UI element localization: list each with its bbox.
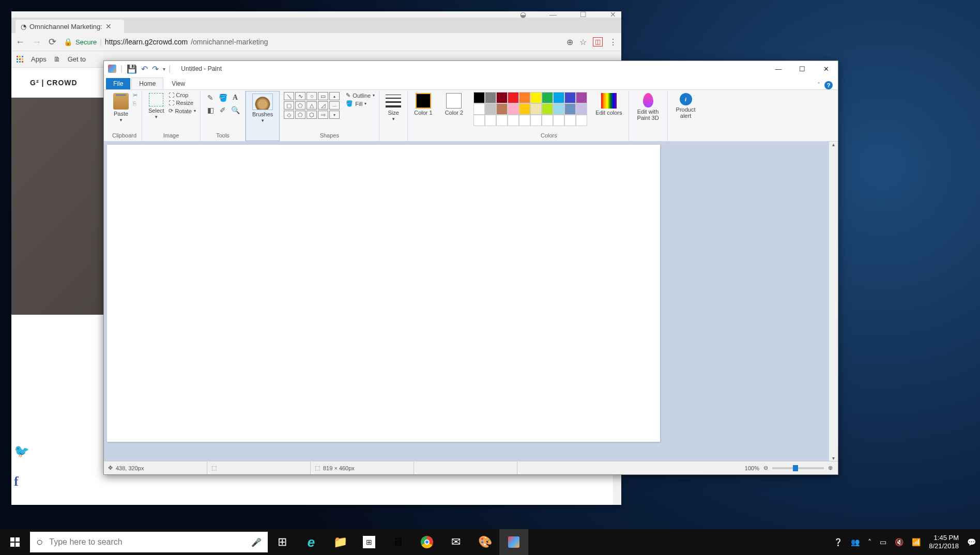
- eraser-tool-icon[interactable]: ◧: [205, 104, 216, 116]
- palette-color[interactable]: [519, 103, 530, 115]
- text-tool-icon[interactable]: A: [229, 92, 241, 103]
- product-alert-button[interactable]: i Product alert: [672, 92, 700, 120]
- tab-file[interactable]: File: [106, 78, 130, 89]
- menu-icon[interactable]: ⋮: [609, 37, 617, 47]
- color2-button[interactable]: Color 2: [443, 92, 465, 117]
- palette-color[interactable]: [564, 92, 576, 103]
- brushes-button[interactable]: Brushes ▼: [250, 92, 275, 124]
- notifications-icon[interactable]: 💬: [967, 538, 976, 546]
- shape-pent-icon[interactable]: ⬠: [295, 111, 305, 119]
- pencil-tool-icon[interactable]: ✎: [205, 92, 216, 103]
- store-icon[interactable]: ⊞: [363, 536, 375, 548]
- edit-3d-button[interactable]: Edit with Paint 3D: [633, 92, 663, 122]
- shape-line-icon[interactable]: ＼: [284, 92, 294, 100]
- taskview-icon[interactable]: ⊞: [268, 529, 297, 555]
- explorer-icon[interactable]: 📁: [326, 529, 355, 555]
- shape-curve-icon[interactable]: ∿: [295, 92, 305, 100]
- help-icon[interactable]: ?: [824, 81, 833, 89]
- cut-icon[interactable]: ✂: [133, 92, 137, 99]
- crop-button[interactable]: ⛶Crop: [169, 92, 196, 98]
- shape-roundrect-icon[interactable]: ▢: [284, 101, 294, 110]
- palette-color[interactable]: [553, 115, 564, 126]
- copy-icon[interactable]: ⎘: [133, 100, 137, 106]
- palette-color[interactable]: [553, 92, 564, 103]
- palette-color[interactable]: [542, 103, 553, 115]
- apps-label[interactable]: Apps: [31, 55, 47, 63]
- palette-color[interactable]: [508, 115, 519, 126]
- zoom-slider[interactable]: [772, 467, 824, 469]
- palette-color[interactable]: [530, 103, 542, 115]
- shape-rtri-icon[interactable]: ◿: [318, 101, 328, 110]
- battery-icon[interactable]: ▭: [880, 538, 886, 546]
- shape-more-icon[interactable]: ▴: [329, 92, 340, 100]
- shield-icon[interactable]: ◫: [593, 37, 603, 47]
- help-tray-icon[interactable]: ❔: [834, 538, 843, 546]
- shape-rect-icon[interactable]: ▭: [318, 92, 328, 100]
- canvas[interactable]: [107, 145, 660, 442]
- picker-tool-icon[interactable]: ✐: [217, 104, 228, 116]
- tab-close-icon[interactable]: ✕: [105, 22, 112, 30]
- palette-color[interactable]: [519, 115, 530, 126]
- browser-tab[interactable]: ◔ Omnichannel Marketing: ✕: [16, 20, 124, 33]
- tab-home[interactable]: Home: [131, 78, 163, 89]
- palette-color[interactable]: [496, 115, 508, 126]
- outline-button[interactable]: ✎Outline▾: [346, 92, 375, 99]
- edit-colors-button[interactable]: Edit colors: [593, 92, 624, 117]
- start-button[interactable]: [0, 529, 30, 555]
- user-icon[interactable]: ◒: [520, 10, 526, 19]
- close-icon[interactable]: ✕: [610, 10, 616, 19]
- monitor-icon[interactable]: 🖥: [384, 529, 412, 555]
- people-icon[interactable]: 👥: [851, 538, 860, 546]
- shapes-gallery[interactable]: ＼∿○▭▴ ▢⬠△◿— ◇⬠⬡⇨▾: [284, 92, 340, 119]
- palette-color[interactable]: [473, 92, 485, 103]
- maximize-button[interactable]: ☐: [790, 61, 814, 76]
- palette-color[interactable]: [576, 103, 587, 115]
- palette-color[interactable]: [485, 103, 496, 115]
- twitter-icon[interactable]: 🐦: [14, 444, 29, 458]
- shape-hex-icon[interactable]: ⬡: [307, 111, 317, 119]
- palette-color[interactable]: [485, 115, 496, 126]
- rotate-button[interactable]: ⟳Rotate▾: [169, 107, 196, 114]
- shape-diamond-icon[interactable]: ◇: [284, 111, 294, 119]
- palette-color[interactable]: [576, 115, 587, 126]
- paint-app-icon[interactable]: [108, 65, 116, 73]
- taskbar-search[interactable]: ○ 🎤: [30, 532, 268, 552]
- palette-color[interactable]: [508, 92, 519, 103]
- fill-button[interactable]: 🪣Fill▾: [346, 100, 375, 107]
- taskbar-clock[interactable]: 1:45 PM 8/21/2018: [929, 534, 959, 550]
- edge-icon[interactable]: e: [297, 529, 326, 555]
- facebook-icon[interactable]: f: [14, 474, 29, 489]
- collapse-ribbon-icon[interactable]: ˄: [817, 82, 820, 89]
- palette-color[interactable]: [553, 103, 564, 115]
- palette-color[interactable]: [530, 92, 542, 103]
- mail-icon[interactable]: ✉: [441, 529, 470, 555]
- tray-expand-icon[interactable]: ˄: [868, 538, 871, 546]
- palette-color[interactable]: [496, 92, 508, 103]
- star-icon[interactable]: ☆: [579, 37, 587, 47]
- canvas-scrollbar[interactable]: ▴▾: [829, 142, 838, 461]
- zoom-tool-icon[interactable]: 🔍: [229, 104, 241, 116]
- mic-icon[interactable]: 🎤: [251, 537, 262, 547]
- zoom-icon[interactable]: ⊕: [566, 37, 573, 47]
- palette-color[interactable]: [530, 115, 542, 126]
- size-button[interactable]: Size ▼: [384, 92, 403, 122]
- address-bar[interactable]: 🔒 Secure | https://learn.g2crowd.com/omn…: [64, 38, 559, 46]
- palette-color[interactable]: [473, 115, 485, 126]
- fill-tool-icon[interactable]: 🪣: [217, 92, 228, 103]
- minimize-button[interactable]: —: [767, 61, 790, 76]
- shape-dd-icon[interactable]: ▾: [329, 111, 340, 119]
- minimize-icon[interactable]: —: [549, 10, 557, 19]
- snip-icon[interactable]: 🎨: [470, 529, 499, 555]
- tab-view[interactable]: View: [164, 78, 192, 89]
- paste-button[interactable]: Paste ▼: [111, 92, 131, 124]
- palette-color[interactable]: [542, 115, 553, 126]
- palette-color[interactable]: [542, 92, 553, 103]
- shape-arrow-icon[interactable]: ⇨: [318, 111, 328, 119]
- palette-color[interactable]: [496, 103, 508, 115]
- bookmark-getto[interactable]: Get to: [68, 55, 86, 63]
- volume-icon[interactable]: 🔇: [895, 538, 904, 546]
- zoom-out-icon[interactable]: ⊖: [763, 465, 768, 471]
- g2-logo[interactable]: G² | CROWD: [30, 79, 78, 87]
- cortana-icon[interactable]: ○: [36, 535, 43, 549]
- palette-color[interactable]: [473, 103, 485, 115]
